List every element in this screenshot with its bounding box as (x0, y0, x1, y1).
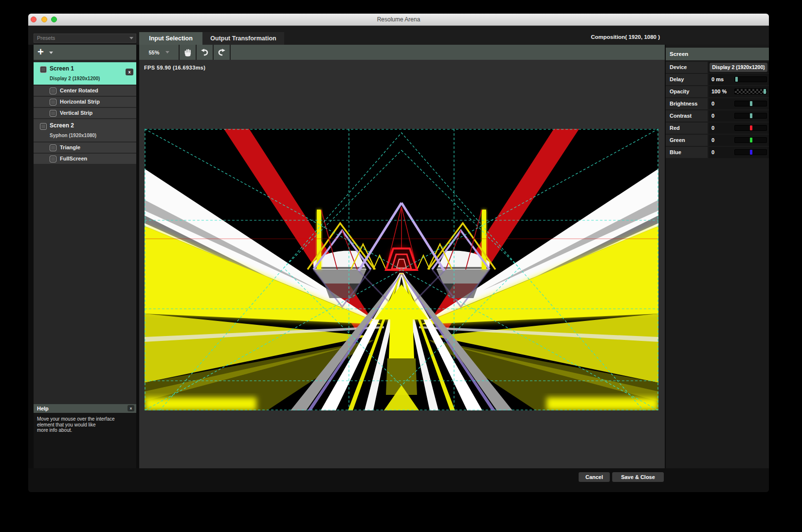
slider-handle[interactable] (764, 89, 766, 94)
contrast-slider[interactable] (734, 113, 767, 119)
screen-name: Screen 1 (50, 65, 74, 72)
pan-hand-tool-button[interactable] (180, 45, 197, 60)
slice-label: Vertical Strip (60, 108, 92, 118)
property-row-device: DeviceDisplay 2 (1920x1200) (666, 62, 769, 73)
screen-checkbox[interactable] (40, 123, 47, 130)
green-slider[interactable] (734, 137, 767, 143)
slider-handle[interactable] (750, 125, 752, 130)
property-value-cell: 0 ms (709, 74, 769, 85)
help-title: Help (37, 406, 49, 411)
device-dropdown[interactable]: Display 2 (1920x1200) (710, 63, 767, 72)
slice-item[interactable]: Horizontal Strip (34, 97, 136, 107)
add-screen-row: + (34, 45, 136, 60)
property-value: 100 % (711, 89, 727, 94)
slice-checkbox[interactable] (50, 99, 56, 106)
slice-label: Horizontal Strip (60, 97, 100, 107)
resolume-advanced-output-window: Resolume Arena Presets Input Selection O… (28, 14, 769, 492)
property-row-contrast: Contrast0 (666, 110, 769, 122)
help-close-button[interactable]: x (128, 405, 134, 411)
screens-sidebar: + Screen 1Display 2 (1920x1200)xCenter R… (34, 45, 136, 468)
blue-slider[interactable] (734, 149, 767, 155)
preview-visual (145, 129, 658, 410)
cancel-button[interactable]: Cancel (579, 472, 610, 482)
property-label: Device (666, 62, 708, 73)
remove-screen-button[interactable]: x (126, 69, 133, 75)
zoom-level-dropdown[interactable]: 55% (139, 45, 180, 60)
property-value-cell: 0 (709, 98, 769, 109)
canvas-area: 55% (139, 45, 665, 468)
screen-checkbox[interactable] (40, 66, 47, 73)
screen-list: Screen 1Display 2 (1920x1200)xCenter Rot… (34, 62, 136, 165)
property-row-red: Red0 (666, 123, 769, 134)
chevron-down-icon (762, 67, 765, 69)
slice-label: Triangle (60, 142, 80, 153)
slice-item[interactable]: FullScreen (34, 154, 136, 164)
title-bar[interactable]: Resolume Arena (28, 14, 769, 26)
toolbar-spacer (231, 45, 665, 60)
slice-label: Center Rotated (60, 86, 98, 96)
brightness-slider[interactable] (734, 101, 767, 106)
slice-item[interactable]: Triangle (34, 142, 136, 153)
add-screen-button[interactable]: + (37, 46, 44, 58)
help-panel: Help x Move your mouse over the interfac… (34, 404, 136, 468)
property-value: 0 ms (711, 76, 724, 82)
property-row-delay: Delay0 ms (666, 74, 769, 85)
chevron-down-icon (129, 37, 133, 39)
help-panel-header: Help x (34, 404, 136, 413)
redo-icon (218, 49, 226, 56)
save-close-button[interactable]: Save & Close (612, 472, 664, 482)
property-value-cell: 0 (709, 110, 769, 122)
red-slider[interactable] (734, 125, 767, 131)
property-label: Red (666, 123, 708, 134)
property-value-cell: Display 2 (1920x1200) (709, 62, 769, 73)
slice-checkbox[interactable] (50, 88, 56, 94)
slider-handle[interactable] (750, 150, 752, 155)
composition-preview[interactable] (145, 129, 658, 410)
properties-rows: DeviceDisplay 2 (1920x1200)Delay0 msOpac… (666, 62, 769, 159)
slice-label: FullScreen (60, 154, 87, 164)
screen-device-label: Display 2 (1920x1200) (50, 76, 100, 81)
properties-panel-title: Screen (666, 48, 769, 60)
property-value: 0 (711, 149, 714, 155)
slice-checkbox[interactable] (50, 144, 56, 151)
add-screen-menu-caret-icon[interactable] (49, 52, 53, 54)
fps-readout: FPS 59.90 (16.6933ms) (144, 65, 205, 71)
slice-checkbox[interactable] (50, 110, 56, 117)
property-label: Contrast (666, 110, 708, 122)
help-line: element that you would like (37, 422, 133, 428)
slider-handle[interactable] (735, 77, 738, 82)
property-row-blue: Blue0 (666, 147, 769, 158)
property-label: Blue (666, 147, 708, 158)
opacity-slider[interactable] (734, 89, 767, 94)
tab-input-selection[interactable]: Input Selection (139, 32, 202, 45)
undo-button[interactable] (197, 45, 214, 60)
slice-item[interactable]: Vertical Strip (34, 108, 136, 118)
slider-handle[interactable] (750, 138, 752, 142)
desktop: { "window": { "title": "Resolume Arena" … (0, 0, 802, 532)
delay-slider[interactable] (734, 76, 767, 82)
screen-device-label: Syphon (1920x1080) (50, 133, 96, 138)
help-body: Move your mouse over the interface eleme… (34, 413, 136, 468)
screen-name: Screen 2 (50, 122, 74, 129)
chevron-down-icon (165, 51, 169, 53)
presets-dropdown[interactable]: Presets (34, 34, 136, 43)
slice-item[interactable]: Center Rotated (34, 86, 136, 96)
help-line: Move your mouse over the interface (37, 416, 133, 422)
composition-size-label: Composition( 1920, 1080 ) (591, 34, 660, 40)
slider-handle[interactable] (750, 101, 752, 106)
screen-item-2[interactable]: Screen 2Syphon (1920x1080) (34, 119, 136, 142)
help-line: more info about. (37, 427, 133, 433)
property-value: 0 (711, 113, 714, 119)
slider-handle[interactable] (750, 113, 752, 118)
screen-properties-panel: Screen DeviceDisplay 2 (1920x1200)Delay0… (666, 45, 769, 468)
zoom-level-value: 55% (148, 50, 159, 55)
tab-output-transformation[interactable]: Output Transformation (202, 32, 284, 45)
redo-button[interactable] (214, 45, 231, 60)
property-row-green: Green0 (666, 135, 769, 146)
property-value: 0 (711, 125, 714, 131)
property-row-opacity: Opacity100 % (666, 86, 769, 97)
window-title: Resolume Arena (28, 14, 769, 25)
property-row-brightness: Brightness0 (666, 98, 769, 109)
slice-checkbox[interactable] (50, 156, 56, 162)
screen-item-1[interactable]: Screen 1Display 2 (1920x1200)x (34, 62, 136, 85)
